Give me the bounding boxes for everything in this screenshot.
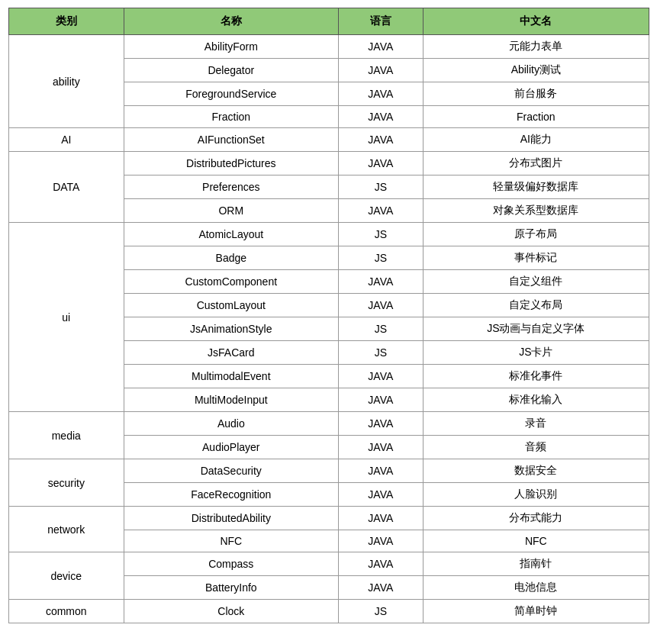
chinese-cell: Fraction: [424, 106, 649, 128]
lang-cell: JS: [338, 175, 424, 199]
name-cell: Badge: [124, 246, 338, 270]
chinese-cell: 简单时钟: [424, 600, 649, 623]
chinese-cell: 标准化输入: [424, 388, 649, 412]
lang-cell: JAVA: [338, 436, 424, 459]
table-row: AIAIFunctionSetJAVAAI能力: [8, 128, 649, 152]
chinese-cell: 对象关系型数据库: [424, 199, 649, 223]
chinese-cell: 数据安全: [424, 459, 649, 483]
chinese-cell: 前台服务: [424, 82, 649, 106]
lang-cell: JAVA: [338, 199, 424, 223]
lang-cell: JAVA: [338, 552, 424, 576]
lang-cell: JAVA: [338, 35, 424, 59]
name-cell: AbilityForm: [124, 35, 338, 59]
table-row: abilityAbilityFormJAVA元能力表单: [8, 35, 649, 59]
name-cell: AIFunctionSet: [124, 128, 338, 152]
chinese-cell: 电池信息: [424, 576, 649, 600]
lang-cell: JAVA: [338, 388, 424, 412]
chinese-cell: Ability测试: [424, 59, 649, 82]
name-cell: BatteryInfo: [124, 576, 338, 600]
name-cell: MultimodalEvent: [124, 365, 338, 388]
name-cell: FaceRecognition: [124, 483, 338, 507]
name-cell: NFC: [124, 530, 338, 552]
header-chinese: 中文名: [424, 8, 649, 35]
category-cell: ability: [8, 35, 124, 128]
category-cell: DATA: [8, 152, 124, 223]
lang-cell: JAVA: [338, 365, 424, 388]
name-cell: DistributedPictures: [124, 152, 338, 175]
chinese-cell: 音频: [424, 436, 649, 459]
name-cell: DataSecurity: [124, 459, 338, 483]
name-cell: ForegroundService: [124, 82, 338, 106]
name-cell: Fraction: [124, 106, 338, 128]
main-table: 类别 名称 语言 中文名 abilityAbilityFormJAVA元能力表单…: [8, 8, 649, 623]
chinese-cell: 录音: [424, 412, 649, 436]
lang-cell: JS: [338, 246, 424, 270]
chinese-cell: 指南针: [424, 552, 649, 576]
lang-cell: JAVA: [338, 483, 424, 507]
name-cell: AtomicLayout: [124, 223, 338, 246]
category-cell: ui: [8, 223, 124, 412]
category-cell: AI: [8, 128, 124, 152]
chinese-cell: 自定义布局: [424, 294, 649, 317]
category-cell: device: [8, 552, 124, 600]
table-row: commonClockJS简单时钟: [8, 600, 649, 623]
lang-cell: JAVA: [338, 507, 424, 530]
lang-cell: JS: [338, 223, 424, 246]
name-cell: Audio: [124, 412, 338, 436]
category-cell: network: [8, 507, 124, 552]
lang-cell: JAVA: [338, 294, 424, 317]
name-cell: JsAnimationStyle: [124, 317, 338, 341]
table-row: deviceCompassJAVA指南针: [8, 552, 649, 576]
name-cell: Delegator: [124, 59, 338, 82]
table-row: uiAtomicLayoutJS原子布局: [8, 223, 649, 246]
name-cell: CustomLayout: [124, 294, 338, 317]
lang-cell: JAVA: [338, 152, 424, 175]
name-cell: DistributedAbility: [124, 507, 338, 530]
category-cell: common: [8, 600, 124, 623]
name-cell: Preferences: [124, 175, 338, 199]
table-row: securityDataSecurityJAVA数据安全: [8, 459, 649, 483]
lang-cell: JAVA: [338, 82, 424, 106]
chinese-cell: 元能力表单: [424, 35, 649, 59]
name-cell: ORM: [124, 199, 338, 223]
lang-cell: JAVA: [338, 530, 424, 552]
lang-cell: JAVA: [338, 59, 424, 82]
chinese-cell: 人脸识别: [424, 483, 649, 507]
table-header-row: 类别 名称 语言 中文名: [8, 8, 649, 35]
chinese-cell: NFC: [424, 530, 649, 552]
chinese-cell: 标准化事件: [424, 365, 649, 388]
lang-cell: JS: [338, 600, 424, 623]
name-cell: Compass: [124, 552, 338, 576]
lang-cell: JAVA: [338, 459, 424, 483]
chinese-cell: 事件标记: [424, 246, 649, 270]
chinese-cell: AI能力: [424, 128, 649, 152]
header-lang: 语言: [338, 8, 424, 35]
chinese-cell: 分布式能力: [424, 507, 649, 530]
lang-cell: JAVA: [338, 270, 424, 294]
lang-cell: JAVA: [338, 576, 424, 600]
table-row: DATADistributedPicturesJAVA分布式图片: [8, 152, 649, 175]
lang-cell: JS: [338, 341, 424, 365]
table-row: mediaAudioJAVA录音: [8, 412, 649, 436]
category-cell: security: [8, 459, 124, 507]
name-cell: CustomComponent: [124, 270, 338, 294]
header-category: 类别: [8, 8, 124, 35]
lang-cell: JAVA: [338, 106, 424, 128]
lang-cell: JS: [338, 317, 424, 341]
chinese-cell: 原子布局: [424, 223, 649, 246]
lang-cell: JAVA: [338, 412, 424, 436]
name-cell: MultiModeInput: [124, 388, 338, 412]
header-name: 名称: [124, 8, 338, 35]
chinese-cell: JS卡片: [424, 341, 649, 365]
name-cell: JsFACard: [124, 341, 338, 365]
lang-cell: JAVA: [338, 128, 424, 152]
table-row: networkDistributedAbilityJAVA分布式能力: [8, 507, 649, 530]
chinese-cell: 分布式图片: [424, 152, 649, 175]
chinese-cell: 轻量级偏好数据库: [424, 175, 649, 199]
name-cell: AudioPlayer: [124, 436, 338, 459]
category-cell: media: [8, 412, 124, 459]
chinese-cell: JS动画与自定义字体: [424, 317, 649, 341]
chinese-cell: 自定义组件: [424, 270, 649, 294]
name-cell: Clock: [124, 600, 338, 623]
